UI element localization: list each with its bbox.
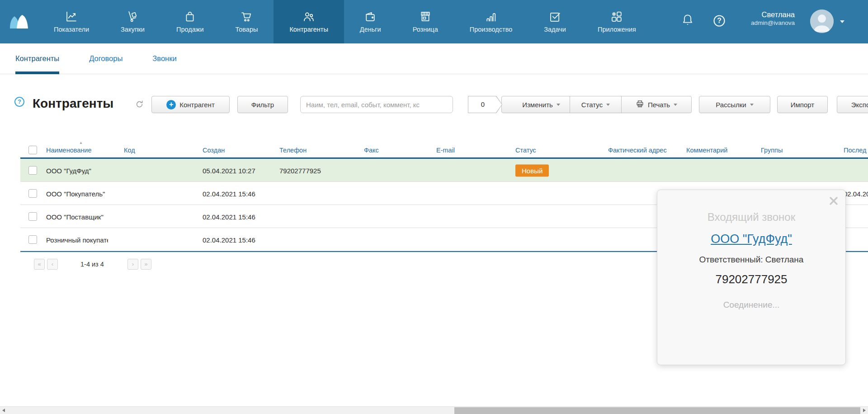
search-input[interactable] — [300, 96, 453, 113]
scroll-right-arrow-icon[interactable] — [860, 407, 868, 414]
call-connection-status: Соединение... — [657, 300, 845, 310]
refresh-icon[interactable] — [135, 100, 144, 110]
column-header-comment[interactable]: Комментарий — [686, 147, 727, 154]
cell-created: 02.04.2021 15:46 — [203, 236, 255, 243]
wallet-icon — [364, 10, 377, 23]
scrollbar-thumb[interactable] — [454, 407, 860, 414]
nav-item-indicators[interactable]: Показатели — [38, 0, 105, 43]
column-header-code[interactable]: Код — [124, 147, 135, 154]
selected-count: 0 — [468, 96, 502, 113]
mailings-dropdown-button[interactable]: Рассылки — [699, 96, 770, 113]
status-dropdown-button[interactable]: Статус — [570, 96, 622, 113]
notifications-bell-icon[interactable] — [681, 13, 694, 29]
select-all-checkbox[interactable] — [28, 146, 37, 154]
app-screen: Показатели Закупки Продажи Товары — [0, 0, 868, 414]
storefront-icon — [419, 10, 432, 23]
moysklad-logo-icon[interactable] — [0, 0, 38, 43]
add-counterparty-button[interactable]: + Контрагент — [151, 96, 230, 113]
cell-created: 02.04.2021 15:46 — [203, 213, 255, 220]
nav-item-label: Приложения — [598, 26, 636, 33]
nav-item-label: Показатели — [54, 26, 89, 33]
column-header-name[interactable]: Наименование — [46, 147, 92, 154]
column-header-last[interactable]: Послед — [844, 147, 866, 154]
nav-item-money[interactable]: Деньги — [344, 0, 397, 43]
nav-item-tasks[interactable]: Задачи — [528, 0, 582, 43]
cell-created: 05.04.2021 10:27 — [203, 167, 255, 174]
help-icon[interactable]: ? — [712, 14, 726, 29]
cell-created: 02.04.2021 15:46 — [203, 190, 255, 197]
svg-text:?: ? — [717, 17, 722, 24]
shopping-bag-icon — [184, 10, 196, 23]
section-tabs: Контрагенты Договоры Звонки — [0, 43, 868, 74]
nav-item-production[interactable]: Производство — [454, 0, 528, 43]
close-icon[interactable] — [828, 195, 840, 209]
nav-item-retail[interactable]: Розница — [397, 0, 454, 43]
tab-contracts[interactable]: Договоры — [89, 43, 123, 74]
nav-item-purchases[interactable]: Закупки — [105, 0, 160, 43]
pagination-label: 1-4 из 4 — [80, 261, 104, 268]
tab-calls[interactable]: Звонки — [152, 43, 176, 74]
scroll-left-arrow-icon[interactable] — [0, 407, 8, 414]
user-name: Светлана — [751, 10, 795, 19]
page-help-icon[interactable]: ? — [14, 97, 24, 107]
print-dropdown-button[interactable]: Печать — [621, 96, 692, 113]
nav-item-counterparties[interactable]: Контрагенты — [274, 0, 344, 43]
user-menu[interactable]: Светлана admin@ivanova — [751, 10, 795, 26]
row-checkbox[interactable] — [28, 166, 37, 175]
row-checkbox[interactable] — [28, 235, 37, 244]
table-row[interactable]: ООО "ГудФуд" 05.04.2021 10:27 7920277792… — [20, 159, 868, 182]
column-header-address[interactable]: Фактический адрес — [608, 147, 667, 154]
tab-counterparties[interactable]: Контрагенты — [15, 43, 59, 74]
cell-name: Розничный покупатель — [46, 236, 108, 243]
production-bars-icon — [485, 10, 497, 23]
column-header-status[interactable]: Статус — [515, 147, 536, 154]
call-contact-link[interactable]: ООО "ГудФуд" — [711, 232, 792, 246]
nav-item-apps[interactable]: Приложения — [582, 0, 652, 43]
filter-button[interactable]: Фильтр — [237, 96, 288, 113]
nav-item-label: Производство — [470, 26, 513, 33]
page-title: Контрагенты — [33, 96, 113, 111]
cell-phone: 79202777925 — [279, 167, 321, 174]
user-avatar[interactable] — [810, 10, 834, 33]
pagination-prev-button[interactable] — [47, 259, 58, 270]
sort-ascending-icon: ▲ — [79, 141, 83, 145]
add-counterparty-label: Контрагент — [179, 101, 215, 109]
row-checkbox[interactable] — [28, 189, 37, 198]
nav-item-label: Контрагенты — [289, 26, 328, 33]
hand-truck-icon — [127, 10, 139, 23]
row-checkbox[interactable] — [28, 212, 37, 221]
nav-item-sales[interactable]: Продажи — [160, 0, 220, 43]
column-header-groups[interactable]: Группы — [761, 147, 783, 154]
apps-grid-gear-icon — [610, 10, 623, 23]
incoming-call-popup: Входящий звонок ООО "ГудФуд" Ответственн… — [657, 190, 846, 365]
chevron-down-icon[interactable] — [840, 20, 844, 23]
pagination-last-button[interactable] — [141, 259, 151, 270]
import-button[interactable]: Импорт — [777, 96, 828, 113]
checkbox-check-icon — [549, 10, 561, 23]
cell-last-event: 02.04.2021 15:46 — [844, 190, 868, 197]
call-popup-title: Входящий звонок — [657, 211, 845, 224]
nav-item-label: Закупки — [121, 26, 145, 33]
export-button[interactable]: Экспорт — [837, 96, 868, 113]
column-header-phone[interactable]: Телефон — [279, 147, 307, 154]
call-phone-number: 79202777925 — [657, 272, 845, 286]
top-navigation: Показатели Закупки Продажи Товары — [0, 0, 868, 43]
nav-item-goods[interactable]: Товары — [220, 0, 274, 43]
nav-item-label: Задачи — [544, 26, 566, 33]
main-menu: Показатели Закупки Продажи Товары — [38, 0, 652, 43]
shopping-cart-icon — [240, 10, 253, 23]
column-header-created[interactable]: Создан — [203, 147, 225, 154]
chevron-down-icon — [750, 104, 754, 106]
plus-icon: + — [166, 100, 176, 109]
chart-icon — [65, 10, 78, 23]
chevron-down-icon — [557, 104, 560, 106]
nav-item-label: Товары — [236, 26, 258, 33]
pagination-first-button[interactable] — [34, 259, 45, 270]
table-header-row: ▲ Наименование Код Создан Телефон Факс E… — [20, 140, 868, 159]
user-email: admin@ivanova — [751, 19, 795, 26]
column-header-fax[interactable]: Факс — [364, 147, 379, 154]
pagination-next-button[interactable] — [127, 259, 138, 270]
edit-dropdown-button[interactable]: Изменить — [501, 96, 570, 113]
column-header-email[interactable]: E-mail — [436, 147, 455, 154]
bulk-actions-group: Изменить Статус Печать — [501, 96, 692, 113]
